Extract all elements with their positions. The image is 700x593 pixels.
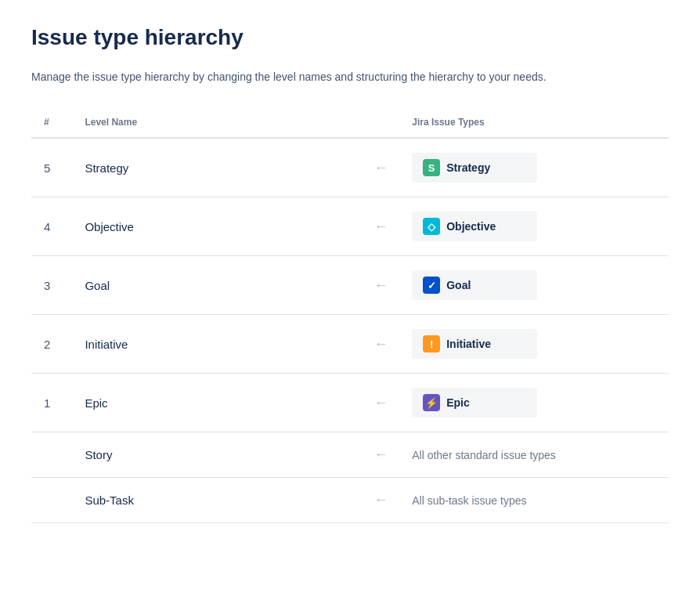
- row-number: 4: [31, 197, 75, 256]
- table-row: 3Goal←✓Goal: [31, 256, 669, 315]
- issue-type-label: Epic: [446, 396, 470, 409]
- issue-type-label: Goal: [446, 279, 471, 291]
- row-issue-type: ⚡Epic: [402, 374, 669, 432]
- row-number: 5: [31, 138, 75, 197]
- row-issue-type: !Initiative: [402, 315, 669, 374]
- issue-type-badge: ⚡Epic: [412, 388, 537, 418]
- arrow-icon: ←: [373, 160, 388, 175]
- row-arrow: ←: [364, 374, 402, 432]
- row-level-name: Story: [75, 432, 364, 478]
- table-row: Sub-Task←All sub-task issue types: [31, 478, 669, 523]
- page-title: Issue type hierarchy: [31, 25, 669, 50]
- issue-type-icon: !: [423, 335, 440, 353]
- row-level-name: Initiative: [75, 315, 364, 374]
- arrow-icon: ←: [373, 219, 388, 234]
- arrow-icon: ←: [373, 277, 388, 293]
- row-arrow: ←: [364, 478, 402, 523]
- row-level-name: Objective: [75, 197, 364, 256]
- row-arrow: ←: [364, 138, 402, 197]
- issue-type-icon: ✓: [423, 277, 440, 294]
- arrow-icon: ←: [373, 492, 388, 508]
- col-header-num: #: [31, 110, 75, 138]
- issue-type-icon: ◇: [423, 218, 440, 235]
- table-row: Story←All other standard issue types: [31, 432, 669, 478]
- row-number: 2: [31, 315, 75, 374]
- other-types-text: All sub-task issue types: [412, 494, 526, 507]
- page-description: Manage the issue type hierarchy by chang…: [31, 69, 669, 85]
- col-header-arrow: [364, 110, 402, 138]
- row-level-name: Goal: [75, 256, 364, 315]
- row-arrow: ←: [364, 432, 402, 478]
- row-number: [31, 432, 75, 478]
- row-number: 3: [31, 256, 75, 315]
- table-header-row: # Level Name Jira Issue Types: [31, 110, 669, 138]
- table-row: 5Strategy←SStrategy: [31, 138, 669, 197]
- col-header-level-name: Level Name: [75, 110, 364, 138]
- row-arrow: ←: [364, 315, 402, 374]
- row-issue-type: All sub-task issue types: [402, 478, 669, 523]
- issue-type-label: Objective: [446, 220, 496, 233]
- table-row: 2Initiative←!Initiative: [31, 315, 669, 374]
- arrow-icon: ←: [373, 447, 388, 462]
- issue-type-label: Strategy: [446, 161, 490, 174]
- other-types-text: All other standard issue types: [412, 449, 556, 461]
- row-issue-type: ✓Goal: [402, 256, 669, 315]
- row-issue-type: All other standard issue types: [402, 432, 669, 478]
- row-arrow: ←: [364, 197, 402, 256]
- row-number: 1: [31, 374, 75, 432]
- row-arrow: ←: [364, 256, 402, 315]
- issue-type-icon: S: [423, 159, 440, 176]
- table-row: 1Epic←⚡Epic: [31, 374, 669, 432]
- issue-type-badge: ◇Objective: [412, 212, 537, 241]
- col-header-jira-types: Jira Issue Types: [402, 110, 669, 138]
- hierarchy-table: # Level Name Jira Issue Types 5Strategy←…: [31, 110, 669, 523]
- arrow-icon: ←: [373, 336, 388, 352]
- row-level-name: Sub-Task: [75, 478, 364, 523]
- issue-type-badge: ✓Goal: [412, 270, 537, 300]
- row-level-name: Epic: [75, 374, 364, 432]
- issue-type-badge: SStrategy: [412, 153, 537, 183]
- issue-type-label: Initiative: [446, 338, 491, 350]
- row-issue-type: SStrategy: [402, 138, 669, 197]
- issue-type-badge: !Initiative: [412, 329, 537, 359]
- row-issue-type: ◇Objective: [402, 197, 669, 256]
- arrow-icon: ←: [373, 395, 388, 410]
- table-row: 4Objective←◇Objective: [31, 197, 669, 256]
- row-number: [31, 478, 75, 523]
- row-level-name: Strategy: [75, 138, 364, 197]
- issue-type-icon: ⚡: [423, 394, 440, 411]
